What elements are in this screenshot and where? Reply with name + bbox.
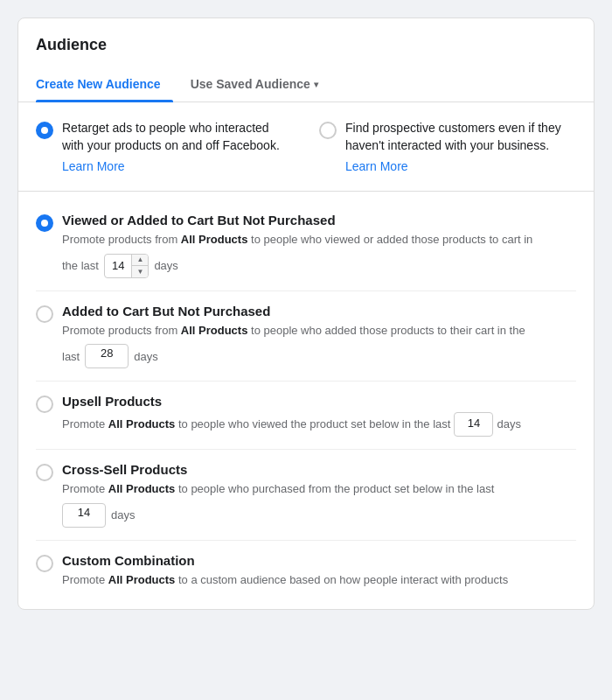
viewed-added-days-row: the last 14 ▲ ▼ days xyxy=(62,254,576,278)
upsell-days-value: 14 xyxy=(468,416,480,430)
last-label: last xyxy=(62,350,80,363)
tab-bar: Create New Audience Use Saved Audience ▾ xyxy=(18,68,594,102)
added-cart-days-value: 28 xyxy=(101,346,113,360)
viewed-added-days-input[interactable]: 14 ▲ ▼ xyxy=(104,254,149,278)
added-cart-radio[interactable] xyxy=(36,305,53,323)
audience-card: Audience Create New Audience Use Saved A… xyxy=(17,18,595,610)
list-item: Upsell Products Promote All Products to … xyxy=(36,382,576,450)
days-increment-btn[interactable]: ▲ xyxy=(132,254,148,267)
viewed-added-desc: Promote products from All Products to pe… xyxy=(62,231,576,248)
cross-sell-radio[interactable] xyxy=(36,464,53,481)
cross-sell-days-value: 14 xyxy=(78,506,90,519)
custom-radio[interactable] xyxy=(36,555,53,572)
audience-list: Viewed or Added to Cart But Not Purchase… xyxy=(18,192,594,609)
the-last-label: the last xyxy=(62,259,99,272)
retarget-option[interactable]: Retarget ads to people who interacted wi… xyxy=(36,120,310,173)
tab-saved-label: Use Saved Audience xyxy=(191,77,310,91)
cross-sell-desc: Promote All Products to people who purch… xyxy=(62,480,576,498)
prospective-learn-more[interactable]: Learn More xyxy=(345,159,576,173)
custom-title: Custom Combination xyxy=(62,553,576,568)
added-cart-days-label: days xyxy=(134,350,157,363)
list-item: Added to Cart But Not Purchased Promote … xyxy=(36,291,576,382)
tab-saved[interactable]: Use Saved Audience ▾ xyxy=(191,68,330,102)
added-cart-days-row: last 28 days xyxy=(62,344,576,368)
audience-type-options: Retarget ads to people who interacted wi… xyxy=(18,102,594,192)
added-cart-title: Added to Cart But Not Purchased xyxy=(62,304,576,318)
list-item: Custom Combination Promote All Products … xyxy=(36,541,576,601)
upsell-radio[interactable] xyxy=(36,396,53,413)
upsell-desc: Promote All Products to people who viewe… xyxy=(62,412,576,437)
upsell-title: Upsell Products xyxy=(62,394,576,409)
tab-create-new[interactable]: Create New Audience xyxy=(36,68,173,102)
retarget-radio[interactable] xyxy=(36,122,53,139)
upsell-days-label: days xyxy=(497,416,520,433)
days-decrement-btn[interactable]: ▼ xyxy=(132,266,148,278)
custom-desc: Promote All Products to a custom audienc… xyxy=(62,571,576,589)
days-spinners: ▲ ▼ xyxy=(131,254,148,278)
days-label: days xyxy=(154,259,177,272)
list-item: Cross-Sell Products Promote All Products… xyxy=(36,450,576,541)
viewed-added-title: Viewed or Added to Cart But Not Purchase… xyxy=(62,213,576,228)
added-cart-days-input[interactable]: 28 xyxy=(85,344,129,368)
viewed-added-radio[interactable] xyxy=(36,214,53,232)
cross-sell-title: Cross-Sell Products xyxy=(62,462,576,477)
list-item: Viewed or Added to Cart But Not Purchase… xyxy=(36,200,576,291)
prospective-option[interactable]: Find prospective customers even if they … xyxy=(310,120,576,173)
cross-sell-days-label: days xyxy=(111,508,135,522)
upsell-desc-text: Promote All Products to people who viewe… xyxy=(62,416,450,433)
retarget-text: Retarget ads to people who interacted wi… xyxy=(62,121,280,152)
viewed-added-days-value: 14 xyxy=(105,254,131,278)
upsell-days-input[interactable]: 14 xyxy=(454,412,493,437)
tab-create-label: Create New Audience xyxy=(36,77,161,91)
card-title: Audience xyxy=(18,36,594,68)
prospective-text: Find prospective customers even if they … xyxy=(345,121,561,152)
cross-sell-days-row: 14 days xyxy=(62,503,576,528)
cross-sell-days-input[interactable]: 14 xyxy=(62,503,106,528)
chevron-down-icon: ▾ xyxy=(314,80,318,89)
prospective-radio[interactable] xyxy=(319,122,337,139)
added-cart-desc: Promote products from All Products to pe… xyxy=(62,322,576,340)
retarget-learn-more[interactable]: Learn More xyxy=(62,159,293,173)
